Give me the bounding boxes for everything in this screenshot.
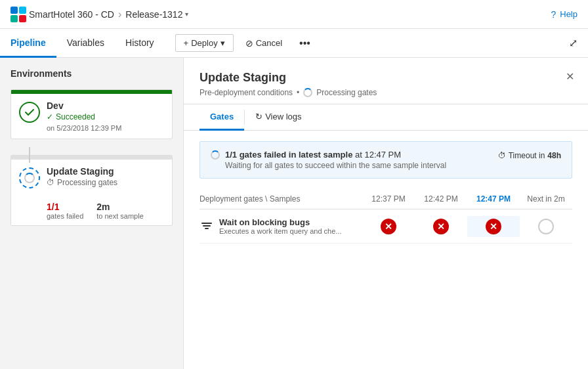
metric-next-sample: 2m to next sample [96, 202, 144, 220]
dev-name: Dev [47, 100, 164, 111]
col-time-2: 12:42 PM [415, 194, 467, 204]
col-next: Next in 2m [520, 194, 572, 204]
processing-spinner-icon [303, 88, 312, 97]
col-time-1: 12:37 PM [362, 194, 415, 204]
main-layout: Environments Dev ✓ Succeeded on 5/23/201… [0, 58, 588, 369]
breadcrumb: SmartHotel 360 - CD › Release-1312 ▾ [29, 9, 188, 20]
svg-rect-2 [205, 228, 209, 229]
dev-status: ✓ Succeeded [47, 112, 164, 121]
more-button[interactable]: ••• [294, 35, 316, 52]
fail-icon-1: ✕ [381, 219, 396, 234]
svg-rect-0 [201, 223, 212, 224]
nav-actions: + Deploy ▾ ⊘ Cancel ••• [175, 34, 316, 52]
view-logs-icon: ↻ [255, 112, 262, 121]
logo [10, 7, 26, 22]
logo-icon [10, 7, 26, 22]
env-connector [29, 147, 30, 163]
table-row: Wait on blocking bugs Executes a work it… [200, 209, 572, 244]
alert-message: 1/1 gates failed in latest sample at 12:… [225, 150, 446, 160]
tab-pipeline[interactable]: Pipeline [0, 29, 56, 58]
subtitle-dot: • [297, 88, 299, 97]
clock-icon: ⏱ [47, 178, 54, 187]
env-card-staging[interactable]: Update Staging ⏱ Processing gates 1/1 ga… [10, 155, 173, 226]
right-panel: ✕ Update Staging Pre-deployment conditio… [184, 58, 588, 369]
alert-sub-message: Waiting for all gates to succeed within … [225, 161, 446, 170]
metric-gates-failed: 1/1 gates failed [47, 202, 83, 220]
fail-icon-2: ✕ [433, 219, 449, 234]
environments-title: Environments [10, 68, 173, 79]
gate-info: Wait on blocking bugs Executes a work it… [219, 217, 341, 235]
help-icon: ? [551, 9, 556, 20]
alert-banner: 1/1 gates failed in latest sample at 12:… [200, 141, 572, 179]
deploy-button[interactable]: + Deploy ▾ [175, 34, 234, 52]
gate-status-3: ✕ [467, 216, 520, 237]
env-card-body-staging: Update Staging ⏱ Processing gates [11, 160, 172, 196]
cancel-icon: ⊘ [245, 38, 253, 49]
fail-icon-3: ✕ [486, 219, 501, 234]
help-label[interactable]: Help [560, 9, 578, 19]
dev-info: Dev ✓ Succeeded on 5/23/2018 12:39 PM [47, 100, 164, 132]
alert-text: 1/1 gates failed in latest sample at 12:… [225, 150, 446, 170]
left-panel: Environments Dev ✓ Succeeded on 5/23/201… [0, 58, 184, 369]
detail-title: Update Staging [200, 71, 572, 85]
tab-view-logs[interactable]: ↻ View logs [245, 104, 312, 131]
chevron-down-icon: ▾ [185, 11, 188, 18]
dev-status-icon [19, 102, 40, 123]
gate-status-1: ✕ [362, 219, 415, 234]
gates-table: Deployment gates \ Samples 12:37 PM 12:4… [184, 189, 588, 254]
top-bar-right: ? Help [551, 9, 578, 20]
deploy-chevron-icon: ▾ [220, 38, 225, 48]
release-name[interactable]: Release-1312 ▾ [125, 9, 188, 20]
nav-bar: Pipeline Variables History + Deploy ▾ ⊘ … [0, 29, 588, 58]
tab-variables[interactable]: Variables [56, 29, 115, 58]
alert-spinner-icon [211, 150, 220, 160]
col-gate-name: Deployment gates \ Samples [200, 194, 362, 204]
top-bar: SmartHotel 360 - CD › Release-1312 ▾ ? H… [0, 0, 588, 29]
staging-name: Update Staging [47, 166, 164, 177]
cancel-button[interactable]: ⊘ Cancel [239, 35, 289, 52]
gate-name: Wait on blocking bugs [219, 217, 341, 227]
tab-gates[interactable]: Gates [200, 104, 244, 131]
timeout-value: 48h [547, 151, 561, 160]
col-time-3: 12:47 PM [467, 194, 520, 204]
detail-subtitle: Pre-deployment conditions • Processing g… [200, 87, 572, 97]
staging-status: ⏱ Processing gates [47, 178, 164, 187]
alert-timeout: ⏱ Timeout in 48h [498, 151, 561, 160]
timeout-clock-icon: ⏱ [498, 151, 506, 160]
empty-status-icon [538, 219, 554, 234]
staging-metrics: 1/1 gates failed 2m to next sample [11, 196, 172, 225]
project-name[interactable]: SmartHotel 360 - CD [29, 9, 114, 20]
gates-table-header: Deployment gates \ Samples 12:37 PM 12:4… [200, 189, 572, 209]
staging-status-icon [19, 167, 40, 188]
detail-tabs: Gates ↻ View logs [184, 104, 588, 131]
alert-left: 1/1 gates failed in latest sample at 12:… [211, 150, 446, 170]
breadcrumb-sep: › [118, 9, 121, 20]
staging-info: Update Staging ⏱ Processing gates [47, 166, 164, 190]
close-button[interactable]: ✕ [562, 68, 578, 84]
gate-status-next [520, 219, 572, 234]
gate-name-cell: Wait on blocking bugs Executes a work it… [200, 217, 362, 235]
tab-history[interactable]: History [115, 29, 165, 58]
env-card-body-dev: Dev ✓ Succeeded on 5/23/2018 12:39 PM [11, 94, 172, 139]
gate-filter-icon [200, 219, 214, 234]
dev-date: on 5/23/2018 12:39 PM [47, 124, 164, 132]
gate-description: Executes a work item query and che... [219, 227, 341, 235]
gate-status-2: ✕ [415, 219, 467, 234]
nav-tabs: Pipeline Variables History [0, 29, 165, 57]
expand-button[interactable]: ⤢ [569, 37, 588, 49]
detail-header: Update Staging Pre-deployment conditions… [184, 58, 588, 104]
plus-icon: + [184, 38, 189, 48]
env-card-dev[interactable]: Dev ✓ Succeeded on 5/23/2018 12:39 PM [10, 89, 173, 139]
svg-rect-1 [203, 225, 211, 227]
check-icon: ✓ [47, 112, 53, 121]
